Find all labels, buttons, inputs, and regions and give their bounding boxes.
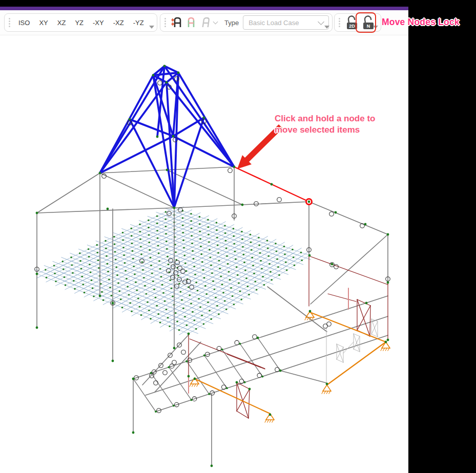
move-nodes-lock-annotation: Move Nodes Lock [382, 17, 460, 28]
dropdown-arrow-icon[interactable] [324, 26, 329, 29]
dropdown-arrow-icon[interactable] [149, 26, 154, 29]
chevron-down-icon[interactable] [213, 19, 218, 25]
lock-tools-group: 2D N [334, 13, 381, 32]
main-toolbar: ISO XY XZ YZ -XY -XZ -YZ [0, 10, 408, 35]
view-neg-xy-button[interactable]: -XY [88, 19, 109, 27]
type-label: Type [224, 19, 239, 27]
chevron-down-icon [318, 18, 324, 25]
load-case-select[interactable]: Basic Load Case [243, 15, 329, 30]
screen-outside-area [408, 0, 476, 473]
callout-line-1: Click and hold a node to [275, 113, 375, 124]
render-loadcase-group: Type Basic Load Case [160, 13, 333, 32]
lock-2d-button[interactable]: 2D [344, 14, 360, 31]
view-buttons-group: ISO XY XZ YZ -XY -XZ -YZ [4, 13, 157, 32]
view-xy-button[interactable]: XY [34, 19, 52, 27]
plate-mesh [35, 207, 311, 335]
view-yz-button[interactable]: YZ [70, 19, 88, 27]
callout-line-2: move selected items [275, 124, 375, 136]
dark-red-members [189, 256, 388, 418]
member-render-ghost-icon[interactable] [199, 15, 212, 30]
lock-nodes-glyph-text: N [367, 24, 370, 29]
drag-handle-icon[interactable] [339, 18, 341, 27]
drag-handle-icon[interactable] [164, 18, 167, 27]
view-xz-button[interactable]: XZ [53, 19, 71, 27]
selected-member [234, 167, 312, 205]
window-title-bar [0, 0, 476, 7]
callout-annotation: Click and hold a node to move selected i… [275, 113, 375, 136]
load-case-placeholder: Basic Load Case [249, 19, 299, 27]
view-neg-yz-button[interactable]: -YZ [129, 19, 149, 27]
drag-handle-icon[interactable] [9, 18, 11, 27]
lock-2d-glyph-text: 2D [349, 24, 355, 29]
member-render-solid-icon[interactable] [171, 15, 183, 30]
dropdown-arrow-icon[interactable] [373, 26, 378, 29]
app-accent-bar [0, 7, 408, 10]
model-canvas[interactable] [0, 0, 476, 473]
view-iso-button[interactable]: ISO [14, 19, 34, 27]
view-neg-xz-button[interactable]: -XZ [109, 19, 129, 27]
member-render-colored-icon[interactable] [185, 15, 197, 30]
